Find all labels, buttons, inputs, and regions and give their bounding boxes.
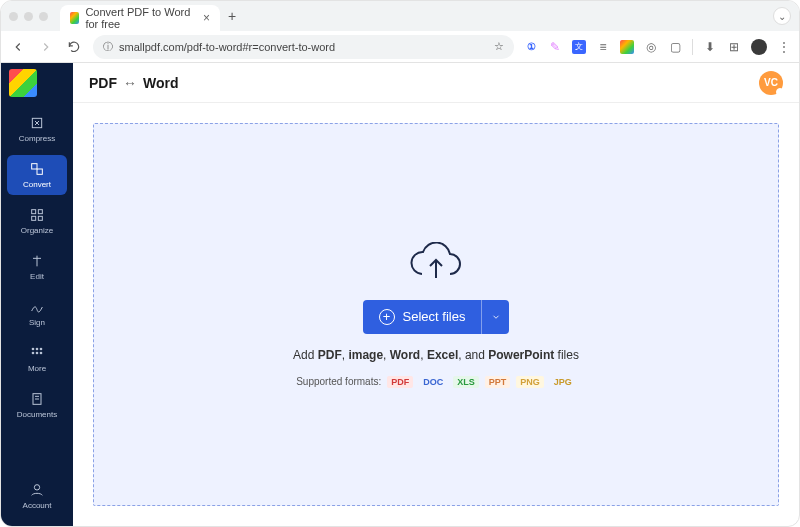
chevron-down-icon [491,312,501,322]
window-traffic-lights [9,12,48,21]
back-button[interactable] [9,38,27,56]
extension-camera-icon[interactable]: ◎ [644,40,658,54]
svg-point-8 [36,348,39,351]
forward-button[interactable] [37,38,55,56]
extension-smallpdf-icon[interactable] [620,40,634,54]
svg-rect-1 [32,164,37,169]
upload-cloud-icon [408,242,464,286]
svg-point-12 [40,352,43,355]
app-logo-icon[interactable] [9,69,37,97]
user-avatar[interactable]: VC [759,71,783,95]
format-badge-jpg: JPG [550,376,576,388]
workspace: + Select files Add PDF, image, Word, Exc… [73,103,799,526]
select-files-button-group: + Select files [363,300,510,334]
tab-title: Convert PDF to Word for free [85,6,197,30]
extension-pen-icon[interactable]: ✎ [548,40,562,54]
accepted-types-hint: Add PDF, image, Word, Excel, and PowerPo… [293,348,579,362]
sidebar-item-sign[interactable]: Sign [7,293,67,333]
extensions-puzzle-icon[interactable]: ⊞ [727,40,741,54]
file-dropzone[interactable]: + Select files Add PDF, image, Word, Exc… [93,123,779,506]
svg-rect-5 [32,216,36,220]
sidebar-label: Compress [19,134,55,143]
new-tab-button[interactable]: + [228,8,236,24]
tab-close-icon[interactable]: × [203,11,210,25]
sidebar-label: Documents [17,410,57,419]
sidebar-label: Account [23,501,52,510]
page-title-left: PDF [89,75,117,91]
window-close-icon[interactable] [9,12,18,21]
sidebar-label: Edit [30,272,44,281]
browser-tabbar: Convert PDF to Word for free × + ⌄ [1,1,799,31]
extension-doc-icon[interactable]: ▢ [668,40,682,54]
documents-icon [29,391,45,407]
sidebar-label: Organize [21,226,53,235]
plus-circle-icon: + [379,309,395,325]
browser-toolbar: ⓘ smallpdf.com/pdf-to-word#r=convert-to-… [1,31,799,63]
download-icon[interactable]: ⬇ [703,40,717,54]
browser-menu-icon[interactable]: ⋮ [777,40,791,54]
sidebar-item-documents[interactable]: Documents [7,385,67,425]
site-info-icon[interactable]: ⓘ [103,40,113,54]
svg-rect-4 [38,210,42,214]
select-files-dropdown-button[interactable] [481,300,509,334]
bidirectional-arrow-icon: ↔ [123,75,137,91]
select-files-label: Select files [403,309,466,324]
sidebar-item-convert[interactable]: Convert [7,155,67,195]
svg-point-9 [40,348,43,351]
browser-tab[interactable]: Convert PDF to Word for free × [60,5,220,31]
favicon-icon [70,12,79,24]
organize-icon [29,207,45,223]
sidebar-item-organize[interactable]: Organize [7,201,67,241]
format-badge-xls: XLS [453,376,479,388]
bookmark-star-icon[interactable]: ☆ [494,40,504,53]
sidebar-item-edit[interactable]: Edit [7,247,67,287]
account-icon [29,482,45,498]
address-bar[interactable]: ⓘ smallpdf.com/pdf-to-word#r=convert-to-… [93,35,514,59]
sidebar-item-more[interactable]: More [7,339,67,379]
app-sidebar: Compress Convert Organize Edit Sign [1,63,73,526]
convert-icon [29,161,45,177]
extension-icons: ① ✎ 文 ≡ ◎ ▢ ⬇ ⊞ ⋮ [524,39,791,55]
supported-formats-row: Supported formats: PDF DOC XLS PPT PNG J… [296,376,576,388]
svg-point-7 [32,348,35,351]
sidebar-label: More [28,364,46,373]
url-text: smallpdf.com/pdf-to-word#r=convert-to-wo… [119,41,335,53]
svg-rect-2 [37,169,42,174]
separator [692,39,693,55]
sidebar-item-compress[interactable]: Compress [7,109,67,149]
profile-avatar-icon[interactable] [751,39,767,55]
tab-overflow-icon[interactable]: ⌄ [773,7,791,25]
compress-icon [29,115,45,131]
format-badge-ppt: PPT [485,376,511,388]
format-badge-pdf: PDF [387,376,413,388]
format-badge-doc: DOC [419,376,447,388]
app-header: PDF ↔ Word VC [73,63,799,103]
format-badge-png: PNG [516,376,544,388]
edit-icon [29,253,45,269]
more-icon [29,345,45,361]
svg-rect-3 [32,210,36,214]
window-minimize-icon[interactable] [24,12,33,21]
sign-icon [29,299,45,315]
extension-list-icon[interactable]: ≡ [596,40,610,54]
page-title-right: Word [143,75,179,91]
svg-point-14 [34,485,39,490]
extension-1password-icon[interactable]: ① [524,40,538,54]
sidebar-item-account[interactable]: Account [7,476,67,516]
svg-rect-6 [38,216,42,220]
svg-point-10 [32,352,35,355]
select-files-button[interactable]: + Select files [363,300,482,334]
sidebar-label: Sign [29,318,45,327]
window-zoom-icon[interactable] [39,12,48,21]
sidebar-label: Convert [23,180,51,189]
reload-button[interactable] [65,38,83,56]
supported-formats-label: Supported formats: [296,376,381,387]
svg-point-11 [36,352,39,355]
extension-translate-icon[interactable]: 文 [572,40,586,54]
